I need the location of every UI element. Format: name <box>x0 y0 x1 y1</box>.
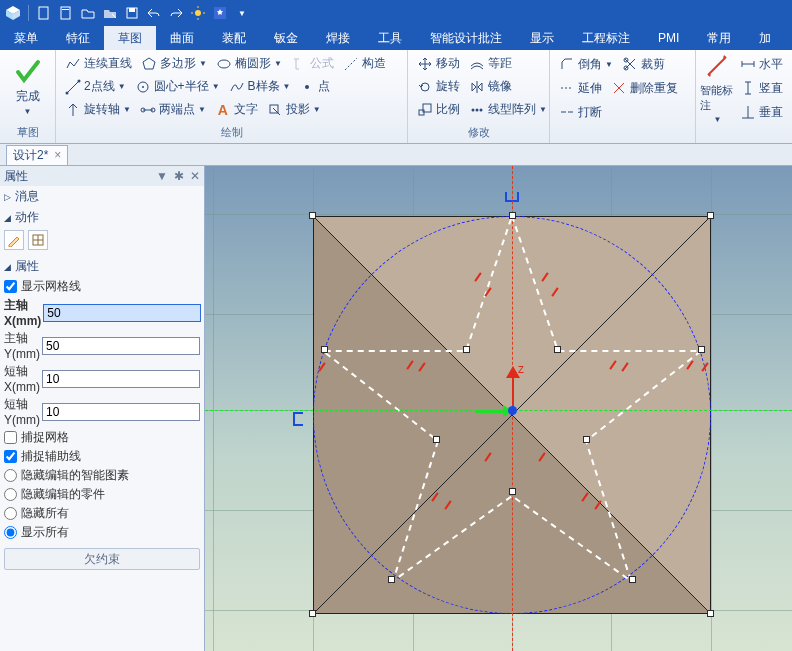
cmd-project[interactable]: 投影▼ <box>264 101 324 118</box>
svg-rect-5 <box>62 9 69 10</box>
svg-rect-3 <box>39 7 48 19</box>
menu-annot[interactable]: 智能设计批注 <box>416 26 516 50</box>
minor-y-input[interactable] <box>42 403 200 421</box>
cmd-rotate[interactable]: 旋转 <box>414 78 463 95</box>
major-y-input[interactable] <box>42 337 200 355</box>
cmd-scale[interactable]: 比例 <box>414 101 463 118</box>
cmd-perp-dim[interactable]: 垂直 <box>737 104 786 121</box>
cmd-bspline[interactable]: B样条▼ <box>226 78 294 95</box>
menu-display[interactable]: 显示 <box>516 26 568 50</box>
cmd-formula[interactable]: 公式 <box>288 55 337 72</box>
cmd-rotation-axis[interactable]: 旋转轴▼ <box>62 101 134 118</box>
canvas[interactable]: z <box>205 166 792 651</box>
ribbon-group-draw: 连续直线 多边形▼ 椭圆形▼ 公式 构造 2点线▼ 圆心+半径▼ B样条▼ 点 … <box>56 50 408 143</box>
cmd-break[interactable]: 打断 <box>556 104 605 121</box>
menu-bar: 菜单 特征 草图 曲面 装配 钣金 焊接 工具 智能设计批注 显示 工程标注 P… <box>0 26 792 50</box>
cmd-polygon[interactable]: 多边形▼ <box>138 55 210 72</box>
svg-point-8 <box>195 10 201 16</box>
under-constrained-button[interactable]: 欠约束 <box>4 548 200 570</box>
cmd-horizontal-dim[interactable]: 水平 <box>737 56 786 73</box>
menu-sketch[interactable]: 草图 <box>104 26 156 50</box>
cmd-construct[interactable]: 构造 <box>340 55 389 72</box>
ribbon-group-sketch: 完成 ▼ 草图 <box>0 50 56 143</box>
cmd-endpoints[interactable]: 两端点▼ <box>137 101 209 118</box>
menu-common[interactable]: 常用 <box>693 26 745 50</box>
app-icon[interactable] <box>4 4 22 22</box>
close-icon[interactable]: × <box>54 148 61 162</box>
new-doc-icon[interactable] <box>35 4 53 22</box>
cmd-2point-line[interactable]: 2点线▼ <box>62 78 129 95</box>
svg-point-21 <box>305 85 309 89</box>
panel-pin-icon[interactable]: ✱ <box>174 169 184 183</box>
cmd-circle-center[interactable]: 圆心+半径▼ <box>132 78 223 95</box>
ribbon-group-modify: 移动 等距 旋转 镜像 比例 线型阵列▼ 修改 <box>408 50 550 143</box>
menu-surface[interactable]: 曲面 <box>156 26 208 50</box>
major-x-input[interactable] <box>43 304 201 322</box>
section-actions[interactable]: ◢动作 <box>0 207 204 228</box>
panel-dropdown-icon[interactable]: ▼ <box>156 169 168 183</box>
major-y-label: 主轴Y(mm) <box>4 330 40 361</box>
action-tool-row <box>0 228 204 256</box>
sun-icon[interactable] <box>189 4 207 22</box>
minor-x-input[interactable] <box>42 370 200 388</box>
cmd-extend[interactable]: 延伸 <box>556 80 605 97</box>
smart-dimension-button[interactable]: 智能标注 ▼ <box>700 52 735 124</box>
menu-pmi[interactable]: PMI <box>644 26 693 50</box>
show-all-radio[interactable] <box>4 526 17 539</box>
show-grid-checkbox[interactable] <box>4 280 17 293</box>
undo-icon[interactable] <box>145 4 163 22</box>
cmd-trim[interactable]: 裁剪 <box>619 56 668 73</box>
dropdown-icon[interactable]: ▼ <box>233 4 251 22</box>
cmd-move[interactable]: 移动 <box>414 55 463 72</box>
recent-icon[interactable] <box>101 4 119 22</box>
z-label: z <box>518 362 524 376</box>
action-grid-button[interactable] <box>28 230 48 250</box>
menu-drawing[interactable]: 工程标注 <box>568 26 644 50</box>
hide-all-row: 隐藏所有 <box>0 504 204 523</box>
ribbon: 完成 ▼ 草图 连续直线 多边形▼ 椭圆形▼ 公式 构造 2点线▼ 圆心+半径▼… <box>0 50 792 144</box>
cmd-text[interactable]: A文字 <box>212 101 261 118</box>
minor-x-row: 短轴X(mm) <box>0 362 204 395</box>
cmd-offset[interactable]: 等距 <box>466 55 515 72</box>
hide-smart-row: 隐藏编辑的智能图素 <box>0 466 204 485</box>
cmd-ellipse[interactable]: 椭圆形▼ <box>213 55 285 72</box>
cmd-chamfer[interactable]: 倒角▼ <box>556 56 616 73</box>
cmd-vertical-dim[interactable]: 竖直 <box>737 80 786 97</box>
minor-x-label: 短轴X(mm) <box>4 363 40 394</box>
section-attributes[interactable]: ◢属性 <box>0 256 204 277</box>
snap-grid-checkbox[interactable] <box>4 431 17 444</box>
menu-weld[interactable]: 焊接 <box>312 26 364 50</box>
svg-point-20 <box>142 86 144 88</box>
major-y-row: 主轴Y(mm) <box>0 329 204 362</box>
menu-tools[interactable]: 工具 <box>364 26 416 50</box>
grid-star-icon[interactable] <box>211 4 229 22</box>
section-messages[interactable]: ▷消息 <box>0 186 204 207</box>
complete-button[interactable]: 完成 ▼ <box>4 52 51 121</box>
menu-more[interactable]: 加 <box>745 26 785 50</box>
document-tab[interactable]: 设计2* × <box>6 145 68 165</box>
hide-all-radio[interactable] <box>4 507 17 520</box>
open-icon[interactable] <box>79 4 97 22</box>
cmd-mirror[interactable]: 镜像 <box>466 78 515 95</box>
snap-guide-label: 捕捉辅助线 <box>21 448 81 465</box>
save-icon[interactable] <box>123 4 141 22</box>
cmd-point[interactable]: 点 <box>296 78 333 95</box>
cmd-delete-dup[interactable]: 删除重复 <box>608 80 681 97</box>
title-bar: ▼ <box>0 0 792 26</box>
action-edit-button[interactable] <box>4 230 24 250</box>
show-grid-label: 显示网格线 <box>21 278 81 295</box>
hide-smart-radio[interactable] <box>4 469 17 482</box>
menu-sheetmetal[interactable]: 钣金 <box>260 26 312 50</box>
new-2-icon[interactable] <box>57 4 75 22</box>
svg-point-17 <box>66 91 69 94</box>
snap-guide-checkbox[interactable] <box>4 450 17 463</box>
hide-part-radio[interactable] <box>4 488 17 501</box>
cmd-polyline[interactable]: 连续直线 <box>62 55 135 72</box>
svg-point-28 <box>472 108 475 111</box>
cmd-linear-pattern[interactable]: 线型阵列▼ <box>466 101 550 118</box>
menu-assembly[interactable]: 装配 <box>208 26 260 50</box>
redo-icon[interactable] <box>167 4 185 22</box>
menu-feature[interactable]: 特征 <box>52 26 104 50</box>
menu-main[interactable]: 菜单 <box>0 26 52 50</box>
panel-close-icon[interactable]: ✕ <box>190 169 200 183</box>
